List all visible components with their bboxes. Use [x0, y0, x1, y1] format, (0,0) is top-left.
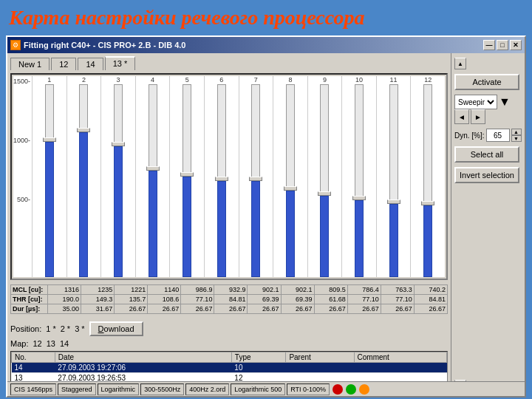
title-bar-text: Fitting right C40+ - CIS PRO+ 2.B - DIB …	[24, 41, 185, 50]
download-button[interactable]: Download	[89, 321, 143, 336]
ch9-slider[interactable]	[308, 84, 342, 277]
sweep-next-button[interactable]: ►	[471, 109, 485, 124]
ch7-slider[interactable]	[239, 84, 273, 277]
tab-14[interactable]: 14	[78, 58, 103, 70]
ch10-slider[interactable]	[342, 84, 376, 277]
tab-13[interactable]: 13 *	[105, 56, 136, 70]
sweep-prev-button[interactable]: ◄	[454, 109, 469, 124]
mcl-v1: 1316	[48, 285, 81, 295]
select-all-button[interactable]: Select all	[454, 146, 519, 163]
title-bar: ⚙ Fitting right C40+ - CIS PRO+ 2.B - DI…	[7, 37, 525, 53]
ch4-slider[interactable]	[136, 84, 170, 277]
tab-new1[interactable]: New 1	[10, 58, 50, 70]
row14-date: 27.09.2003 19:27:06	[55, 363, 231, 373]
mcl-v8: 902.1	[281, 285, 314, 295]
thr-v11: 77.10	[381, 295, 414, 304]
channel-1: 1	[32, 76, 66, 277]
ch3-slider[interactable]	[101, 84, 135, 277]
ch8-thumb[interactable]	[284, 186, 297, 191]
sweeping-row: Sweeping ▼	[454, 95, 522, 109]
ch12-thumb[interactable]	[421, 201, 434, 205]
ch8-slider[interactable]	[273, 84, 307, 277]
sweeping-select[interactable]: Sweeping	[454, 95, 497, 109]
channel-11: 11	[376, 76, 411, 277]
mcl-table: MCL [cu]: 1316 1235 1221 1140 986.9 932.…	[10, 284, 448, 314]
ch6-fill	[217, 181, 226, 278]
col-parent: Parent	[286, 352, 354, 363]
ch2-slider[interactable]	[67, 84, 101, 277]
ch3-label: 3	[116, 76, 120, 83]
ch5-label: 5	[185, 76, 189, 83]
col-no: No.	[12, 352, 55, 363]
sweeping-dropdown-icon: ▼	[499, 95, 511, 109]
scroll-up-button[interactable]: ▲	[454, 58, 466, 69]
ch4-thumb[interactable]	[146, 166, 160, 171]
channel-7: 7	[239, 76, 273, 277]
col-date: Date	[55, 352, 231, 363]
channel-10: 10	[341, 76, 376, 277]
dyn-input[interactable]	[486, 129, 510, 142]
mcl-label: MCL [cu]:	[11, 285, 48, 295]
ch5-fill	[183, 177, 191, 277]
ch12-fill	[423, 205, 432, 277]
ch7-label: 7	[254, 76, 258, 83]
ch6-slider[interactable]	[205, 84, 239, 277]
y-spacer	[29, 255, 31, 262]
dur-v3: 26.67	[115, 304, 148, 314]
download-rest: ownload	[104, 324, 134, 333]
thr-v7: 69.39	[248, 295, 281, 304]
maximize-button[interactable]: □	[497, 40, 508, 50]
thr-v9: 61.68	[314, 295, 347, 304]
ch5-thumb[interactable]	[180, 172, 194, 177]
close-button[interactable]: ✕	[510, 40, 522, 50]
dur-v6: 26.67	[214, 304, 248, 314]
tab-12[interactable]: 12	[51, 58, 76, 70]
ch6-thumb[interactable]	[215, 177, 228, 181]
dur-v1: 35.00	[48, 304, 81, 314]
dyn-increment-button[interactable]: ▲	[511, 129, 522, 135]
ch3-thumb[interactable]	[112, 142, 125, 146]
ch7-thumb[interactable]	[249, 177, 262, 181]
mcl-v12: 740.2	[414, 285, 447, 295]
thr-v4: 108.6	[148, 295, 181, 304]
ch9-thumb[interactable]	[318, 191, 331, 196]
mcl-v7: 902.1	[248, 285, 281, 295]
mcl-v4: 1140	[148, 285, 181, 295]
mcl-v2: 1235	[81, 285, 115, 295]
dur-v12: 26.67	[414, 304, 447, 314]
history-row-14[interactable]: 14 27.09.2003 19:27:06 10	[12, 363, 447, 373]
ch10-thumb[interactable]	[352, 196, 366, 200]
channel-6: 6	[204, 76, 239, 277]
dyn-decrement-button[interactable]: ▼	[511, 135, 522, 142]
ch2-thumb[interactable]	[77, 128, 90, 132]
ch12-label: 12	[424, 76, 432, 83]
position-label: Position:	[10, 324, 41, 333]
ch9-fill	[320, 196, 329, 277]
ch1-slider[interactable]	[33, 84, 66, 277]
sweeping-section: Sweeping ▼ ◄ ►	[454, 95, 522, 124]
channel-12: 12	[410, 76, 445, 277]
status-dot-green	[346, 384, 356, 395]
dur-v11: 26.67	[381, 304, 414, 314]
ch1-thumb[interactable]	[43, 137, 56, 142]
invert-selection-button[interactable]: Invert selection	[454, 167, 519, 183]
ch11-slider[interactable]	[377, 84, 411, 277]
dyn-row: Dyn. [%]: ▲ ▼	[454, 129, 522, 142]
ch11-thumb[interactable]	[387, 200, 400, 204]
ch3-fill	[114, 146, 123, 277]
thr-v10: 77.10	[347, 295, 381, 304]
status-freq-range: 300-5500Hz	[140, 383, 184, 395]
sweep-arrows: ◄ ►	[454, 109, 522, 124]
ch12-slider[interactable]	[411, 84, 445, 277]
col-comment: Comment	[354, 352, 446, 363]
channel-8: 8	[273, 76, 307, 277]
minimize-button[interactable]: —	[483, 40, 495, 50]
ch6-label: 6	[219, 76, 223, 83]
ch5-slider[interactable]	[170, 84, 204, 277]
ch10-fill	[355, 200, 364, 277]
activate-button[interactable]: Activate	[454, 74, 519, 90]
status-dot-red	[332, 384, 343, 395]
dur-v10: 26.67	[347, 304, 381, 314]
window-content: New 1 12 14 13 * 1500- 1000- 500-	[7, 53, 525, 396]
channel-2: 2	[66, 76, 101, 277]
